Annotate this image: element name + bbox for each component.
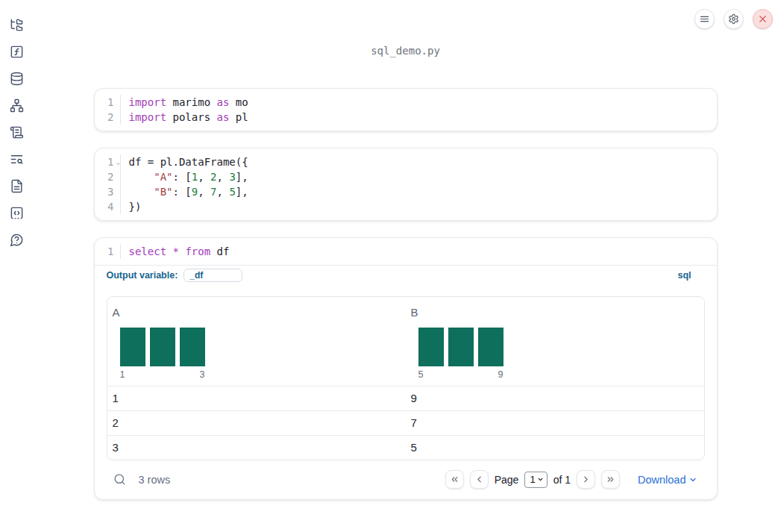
chevrons-left-icon <box>450 475 459 484</box>
hamburger-menu-icon <box>699 13 710 25</box>
table-row[interactable]: 35 <box>107 435 704 460</box>
page-select-value: 1 <box>530 474 535 485</box>
sidebar-item-data-sources[interactable] <box>4 66 28 90</box>
download-label: Download <box>638 474 686 486</box>
table-cell: 2 <box>107 411 406 435</box>
line-number: 4 <box>95 199 114 214</box>
code-text: }) <box>120 199 717 214</box>
column-header-a[interactable]: A 1 3 <box>107 297 406 386</box>
function-square-icon <box>10 45 24 59</box>
help-circle-icon <box>10 233 24 247</box>
code-text: "A": [1, 2, 3], <box>120 169 717 184</box>
table-cell: 1 <box>107 387 406 410</box>
app-window: sql_demo.py 1import marimo as mo2import … <box>0 0 778 532</box>
line-number: 1 <box>95 95 114 110</box>
sidebar-item-documentation[interactable] <box>4 174 28 198</box>
next-page-button[interactable] <box>577 470 595 489</box>
code-editor: 1import marimo as mo2import polars as pl <box>95 89 717 131</box>
language-badge: sql <box>677 270 691 281</box>
histogram-max-label: 9 <box>498 369 503 380</box>
line-number: 2 <box>95 169 114 184</box>
fold-chevron-icon[interactable]: ⌄ <box>116 154 122 169</box>
download-button[interactable]: Download <box>638 474 697 486</box>
notebook-main: sql_demo.py 1import marimo as mo2import … <box>33 0 778 532</box>
table-cell: 7 <box>406 411 704 435</box>
line-number: 2 <box>95 110 114 125</box>
code-editor: 1⌄df = pl.DataFrame({2 "A": [1, 2, 3],3 … <box>95 148 717 220</box>
histogram-min-label: 5 <box>418 369 424 380</box>
table-cell: 3 <box>107 436 406 460</box>
page-select[interactable]: 1 <box>524 472 547 488</box>
chevron-right-icon <box>581 475 591 484</box>
folder-tree-icon <box>10 18 24 32</box>
settings-button[interactable] <box>724 9 744 29</box>
code-text: import marimo as mo <box>120 95 717 110</box>
table-body: 192735 <box>107 386 704 460</box>
gear-icon <box>728 13 739 25</box>
histogram <box>418 328 698 366</box>
histogram-axis-labels: 5 9 <box>418 369 503 380</box>
code-cell-dataframe: 1⌄df = pl.DataFrame({2 "A": [1, 2, 3],3 … <box>94 148 718 221</box>
sidebar-item-explorer[interactable] <box>4 13 28 37</box>
line-number: 1 <box>95 244 114 259</box>
search-icon <box>113 473 126 486</box>
code-text: df = pl.DataFrame({ <box>120 154 717 169</box>
chevron-down-icon <box>537 476 544 483</box>
histogram-bar <box>150 328 175 366</box>
notebook-filename: sql_demo.py <box>94 45 718 58</box>
histogram-bar <box>478 328 503 366</box>
code-line[interactable]: 2import polars as pl <box>95 110 717 125</box>
window-actions <box>694 9 773 29</box>
sidebar-item-dependencies[interactable] <box>4 93 28 117</box>
histogram-bar <box>418 328 444 366</box>
code-line[interactable]: 4}) <box>95 199 717 214</box>
histogram-bar <box>448 328 474 366</box>
sidebar-item-help[interactable] <box>4 228 28 251</box>
histogram-min-label: 1 <box>120 369 125 380</box>
sidebar-item-functions[interactable] <box>4 40 28 63</box>
chevron-down-icon <box>688 475 697 484</box>
panel-sidebar <box>0 0 33 532</box>
sidebar-item-scratchpad[interactable] <box>4 120 28 144</box>
sql-cell: 1select * from df Output variable: sql A <box>94 237 718 500</box>
table-row[interactable]: 27 <box>107 410 704 435</box>
column-header-b[interactable]: B 5 9 <box>406 297 704 386</box>
sidebar-item-snippets[interactable] <box>4 201 28 225</box>
fold-gutter <box>116 110 122 125</box>
fold-gutter <box>116 184 122 199</box>
sidebar-item-logs[interactable] <box>4 147 28 171</box>
code-cell-imports: 1import marimo as mo2import polars as pl <box>94 88 718 131</box>
code-text: import polars as pl <box>120 110 717 125</box>
text-search-icon <box>10 152 24 166</box>
fold-gutter <box>116 199 122 214</box>
cell-output: A 1 3 B 5 <box>95 285 717 499</box>
notebook-column: sql_demo.py 1import marimo as mo2import … <box>94 45 718 500</box>
table-cell: 9 <box>406 387 704 410</box>
dataframe-table: A 1 3 B 5 <box>107 296 705 460</box>
close-icon <box>757 13 768 25</box>
code-line[interactable]: 1⌄df = pl.DataFrame({ <box>95 154 717 169</box>
fold-gutter <box>116 95 122 110</box>
last-page-button[interactable] <box>601 470 620 489</box>
previous-page-button[interactable] <box>470 470 489 489</box>
output-variable-label: Output variable: <box>107 270 178 281</box>
histogram-axis-labels: 1 3 <box>120 369 205 380</box>
code-line[interactable]: 2 "A": [1, 2, 3], <box>95 169 717 184</box>
table-search-button[interactable] <box>113 473 126 486</box>
menu-button[interactable] <box>694 9 715 29</box>
database-icon <box>10 72 24 86</box>
table-row[interactable]: 19 <box>107 386 704 410</box>
network-icon <box>10 98 24 113</box>
code-line[interactable]: 1import marimo as mo <box>95 95 717 110</box>
pagination: Page 1 of 1 <box>445 470 697 489</box>
histogram-max-label: 3 <box>200 369 205 380</box>
chevron-left-icon <box>474 475 484 484</box>
first-page-button[interactable] <box>445 470 464 489</box>
table-footer: 3 rows Page 1 <box>107 460 705 489</box>
code-line[interactable]: 3 "B": [9, 7, 5], <box>95 184 717 199</box>
close-button[interactable] <box>753 9 773 29</box>
page-total-label: of 1 <box>553 474 571 486</box>
code-line[interactable]: 1select * from df <box>95 244 717 259</box>
output-variable-input[interactable] <box>183 269 242 282</box>
code-editor: 1select * from df <box>95 238 717 265</box>
